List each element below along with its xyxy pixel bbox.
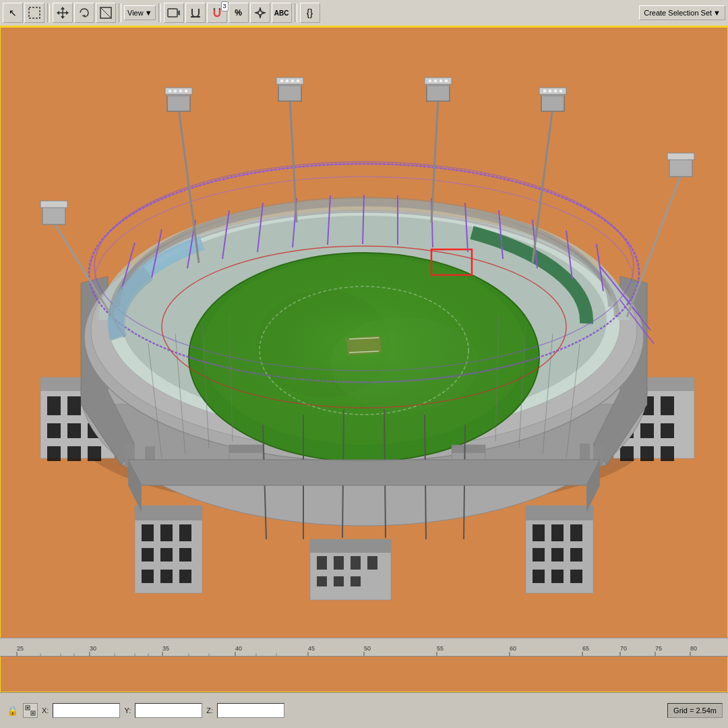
viewport: 25 30 35 40 45 50 55 60 65 (0, 27, 728, 692)
svg-rect-38 (142, 524, 154, 541)
svg-rect-49 (533, 524, 545, 541)
stadium-model[interactable] (0, 27, 728, 661)
lock-icon[interactable]: 🔒 (5, 704, 19, 717)
svg-point-153 (554, 90, 557, 92)
svg-point-138 (297, 80, 299, 82)
separator-2 (119, 3, 121, 22)
svg-rect-53 (551, 548, 564, 562)
move2-button[interactable] (250, 3, 270, 23)
view-dropdown[interactable]: View ▼ (124, 5, 156, 20)
svg-rect-157 (667, 153, 694, 160)
svg-rect-54 (570, 548, 582, 562)
svg-text:70: 70 (620, 645, 627, 652)
svg-marker-6 (66, 11, 69, 15)
svg-rect-28 (310, 539, 391, 553)
svg-rect-41 (142, 548, 154, 562)
svg-rect-73 (661, 396, 674, 415)
svg-point-135 (280, 80, 283, 82)
svg-rect-48 (526, 506, 593, 520)
svg-point-143 (429, 80, 431, 82)
snap-to-grid-button[interactable] (23, 703, 38, 718)
svg-rect-52 (533, 548, 545, 562)
svg-rect-160 (40, 201, 67, 208)
svg-rect-31 (351, 556, 361, 570)
svg-rect-56 (551, 570, 564, 583)
svg-rect-77 (620, 446, 634, 461)
svg-point-137 (291, 80, 294, 82)
svg-rect-51 (570, 524, 582, 541)
svg-text:60: 60 (510, 645, 516, 652)
svg-rect-64 (67, 423, 81, 438)
svg-rect-55 (533, 570, 545, 583)
svg-rect-66 (47, 446, 61, 461)
render-button[interactable] (164, 3, 184, 23)
svg-point-17 (258, 11, 262, 15)
svg-rect-10 (168, 9, 177, 17)
separator-4 (295, 3, 297, 22)
select-tool-button[interactable]: ↖ (3, 3, 23, 23)
svg-rect-164 (452, 445, 485, 453)
svg-marker-22 (259, 7, 262, 10)
svg-rect-75 (640, 423, 654, 438)
svg-rect-46 (179, 570, 191, 583)
statusbar: 🔒 X: Y: Z: Grid = 2.54m (0, 692, 728, 728)
svg-rect-35 (351, 576, 361, 586)
svg-point-128 (174, 90, 177, 92)
toolbar: ↖ View ▼ (0, 0, 728, 27)
svg-text:40: 40 (235, 645, 242, 652)
svg-rect-45 (160, 570, 173, 583)
svg-rect-60 (47, 396, 61, 415)
svg-rect-39 (160, 524, 173, 541)
svg-text:80: 80 (690, 645, 697, 652)
scale-tool-button[interactable] (96, 3, 116, 23)
svg-rect-29 (317, 556, 327, 570)
y-label: Y: (124, 706, 131, 715)
svg-marker-3 (61, 7, 65, 9)
svg-point-136 (286, 80, 289, 82)
svg-point-214 (32, 712, 34, 715)
create-selection-set-button[interactable]: Create Selection Set ▼ (639, 5, 725, 20)
svg-text:55: 55 (437, 645, 444, 652)
svg-rect-30 (334, 556, 344, 570)
svg-rect-57 (570, 570, 582, 583)
rotate-tool-button[interactable] (74, 3, 94, 23)
svg-rect-33 (317, 576, 327, 586)
svg-text:50: 50 (364, 645, 371, 652)
svg-text:30: 30 (90, 645, 96, 652)
svg-point-176 (189, 253, 539, 462)
svg-rect-78 (640, 446, 654, 461)
percent-button[interactable]: % (229, 3, 249, 23)
svg-point-130 (185, 90, 187, 92)
svg-rect-43 (179, 548, 191, 562)
svg-rect-68 (88, 446, 101, 461)
svg-point-144 (434, 80, 437, 82)
y-input[interactable] (135, 703, 202, 718)
create-selection-set-label: Create Selection Set (644, 9, 712, 17)
script-button[interactable]: {} (300, 3, 320, 23)
svg-point-154 (559, 90, 562, 92)
text-tool-button[interactable]: ABC (272, 3, 292, 23)
move-tool-button[interactable] (53, 3, 73, 23)
svg-point-127 (169, 90, 171, 92)
view-dropdown-label: View (127, 9, 144, 17)
svg-marker-4 (61, 16, 65, 19)
svg-point-146 (445, 80, 448, 82)
svg-rect-44 (142, 570, 154, 583)
svg-point-145 (439, 80, 442, 82)
svg-rect-34 (334, 576, 344, 586)
svg-text:25: 25 (17, 645, 24, 652)
svg-text:35: 35 (162, 645, 169, 652)
svg-rect-61 (67, 396, 81, 415)
z-input[interactable] (217, 703, 284, 718)
svg-point-151 (543, 90, 546, 92)
region-select-button[interactable] (24, 3, 44, 23)
svg-rect-162 (229, 445, 263, 453)
separator-1 (47, 3, 50, 22)
svg-text:65: 65 (582, 645, 589, 652)
svg-line-155 (627, 175, 681, 317)
x-input[interactable] (53, 703, 120, 718)
svg-point-129 (179, 90, 182, 92)
create-selection-dropdown-icon: ▼ (713, 9, 721, 17)
svg-rect-0 (29, 7, 40, 18)
snap-button[interactable] (185, 3, 206, 23)
